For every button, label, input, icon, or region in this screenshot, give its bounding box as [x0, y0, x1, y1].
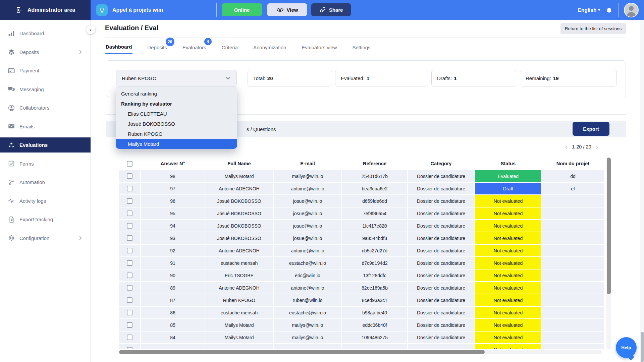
dropdown-option-mailys-motard[interactable]: Mailys Motard: [116, 139, 237, 149]
export-button[interactable]: Export: [573, 122, 609, 136]
cell-email: josue@wiin.io: [274, 220, 342, 232]
row-checkbox[interactable]: [127, 297, 132, 303]
cell-reference: 1099486275: [342, 331, 408, 343]
table-row[interactable]: 91eustache mensaheustache@wiin.iod7c9d19…: [119, 257, 604, 269]
status-badge: Not evaluated: [475, 269, 541, 281]
sidebar-item-emails[interactable]: Emails: [0, 119, 91, 134]
sidebar-item-payment[interactable]: Payment: [0, 63, 91, 78]
select-all-checkbox[interactable]: [127, 161, 132, 167]
help-button[interactable]: Help: [616, 337, 637, 358]
row-checkbox[interactable]: [127, 235, 132, 241]
status-badge: Not evaluated: [475, 232, 541, 244]
tab-criteria[interactable]: Criteria: [221, 41, 238, 54]
tab-anonymization[interactable]: Anonymization: [253, 41, 287, 54]
sidebar-item-automation[interactable]: Automation: [0, 175, 91, 190]
cell-category: Dossier de candidature: [408, 269, 475, 281]
bell-icon[interactable]: [605, 6, 613, 14]
row-checkbox[interactable]: [127, 273, 132, 278]
table-row[interactable]: 86eustache mensaheustache@wiin.iob98aafb…: [119, 307, 604, 318]
row-checkbox[interactable]: [127, 248, 132, 253]
dropdown-option-elias-clotteau[interactable]: Elias CLOTTEAU: [116, 109, 237, 119]
table-row[interactable]: 90Eric TSOGBEeric@wiin.io13f128ddfcDossi…: [119, 269, 604, 281]
table-row[interactable]: 97Antoine ADEGNOHantoine@wiin.iobea3cba6…: [119, 183, 604, 194]
page-scrollbar-thumb[interactable]: [641, 332, 644, 362]
row-checkbox[interactable]: [127, 173, 132, 179]
user-circle-icon: [7, 104, 15, 112]
evaluator-select[interactable]: Ruben KPOGO: [116, 70, 237, 86]
exit-icon[interactable]: [15, 6, 23, 14]
avatar[interactable]: [624, 3, 639, 17]
table-row[interactable]: 95Josué BOKOBOSSOjosue@wiin.io7ef8f86a54…: [119, 207, 604, 219]
sidebar-item-messaging[interactable]: Messaging: [0, 82, 91, 97]
chevron-right-icon: [78, 49, 83, 55]
return-to-sessions-button[interactable]: Return to the list of sessions: [560, 23, 626, 34]
cell-project-name: [542, 344, 604, 349]
dropdown-option-josué-bokobosso[interactable]: Josué BOKOBOSSO: [116, 119, 237, 129]
sidebar-item-export-tracking[interactable]: Export tracking: [0, 212, 91, 227]
table-row[interactable]: 94Josué BOKOBOSSOjosue@wiin.io1fc417e820…: [119, 220, 604, 232]
sidebar-item-dashboard[interactable]: Dashboard: [0, 26, 91, 41]
dropdown-option-general-ranking[interactable]: General ranking: [116, 88, 237, 99]
table-row[interactable]: 87Ruben KPOGOruben@wiin.io8ced93a3c1Doss…: [119, 294, 604, 306]
chevron-right-icon[interactable]: ›: [596, 143, 598, 150]
table-horizontal-scrollbar-thumb[interactable]: [119, 350, 485, 354]
tab-label: Criteria: [222, 45, 238, 50]
table-row[interactable]: 89Antoine ADEGNOHantoine@wiin.io82ee169a…: [119, 282, 604, 294]
row-checkbox[interactable]: [127, 347, 132, 349]
table-row[interactable]: 92Antoine ADEGNOHantoine@wiin.iocb5c27d2…: [119, 245, 604, 256]
sidebar-item-configuration[interactable]: Configuration: [0, 231, 91, 246]
chevron-left-icon[interactable]: ‹: [565, 143, 567, 150]
share-button[interactable]: Share: [311, 3, 351, 16]
tab-settings[interactable]: Settings: [352, 41, 371, 54]
row-checkbox[interactable]: [127, 285, 132, 291]
tab-dashboard[interactable]: Dashboard: [105, 41, 132, 54]
sidebar-collapse-button[interactable]: ‹: [86, 25, 95, 34]
cell-full-name: Josué BOKOBOSSO: [205, 232, 274, 244]
tab-label: Evaluators: [182, 45, 206, 50]
share-icon: [319, 6, 326, 13]
cell-category: Dossier de candidature: [408, 282, 475, 294]
sidebar-item-collaborators[interactable]: Collaborators: [0, 100, 91, 115]
language-selector[interactable]: English ▾: [578, 7, 600, 13]
tab-evaluators[interactable]: Evaluators4: [182, 41, 207, 54]
row-checkbox[interactable]: [127, 186, 132, 191]
table-row[interactable]: 84Mailys Motardmailys@wiin.io1099486275D…: [119, 331, 604, 343]
sidebar-item-label: Activity logs: [19, 198, 46, 204]
credit-card-icon: [7, 67, 15, 75]
row-checkbox[interactable]: [127, 310, 132, 315]
stat-value: 1: [454, 75, 457, 81]
cell-project-name: [542, 282, 604, 294]
table-row[interactable]: 96Josué BOKOBOSSOjosue@wiin.iod659fde6dd…: [119, 195, 604, 207]
online-button[interactable]: Online: [222, 3, 262, 16]
table-row[interactable]: 85Mailys Motardmailys@wiin.ioeddc06b40fD…: [119, 319, 604, 331]
stat-value: 1: [367, 75, 369, 81]
row-checkbox[interactable]: [127, 322, 132, 328]
sidebar-item-deposits[interactable]: Deposits: [0, 45, 91, 60]
row-checkbox[interactable]: [127, 223, 132, 229]
row-checkbox[interactable]: [127, 198, 132, 204]
dropdown-option-ruben-kpogo[interactable]: Ruben KPOGO: [116, 129, 237, 139]
table-row[interactable]: 93Josué BOKOBOSSOjosue@wiin.io9a8544bdf3…: [119, 232, 604, 244]
view-button[interactable]: View: [267, 3, 307, 16]
sidebar-item-forms[interactable]: Forms: [0, 156, 91, 171]
cell-category: Dossier de candidature: [408, 183, 475, 194]
sidebar-item-evaluations[interactable]: Evaluations: [0, 137, 91, 153]
row-checkbox[interactable]: [127, 260, 132, 266]
share-button-label: Share: [329, 7, 343, 13]
tab-deposits[interactable]: Deposits20: [147, 41, 167, 54]
table-row[interactable]: Not evaluated: [119, 344, 604, 349]
cell-status: Not evaluated: [475, 269, 542, 281]
stars-icon: [7, 141, 15, 149]
row-checkbox[interactable]: [127, 335, 132, 340]
status-badge: Not evaluated: [475, 294, 541, 306]
status-badge: Not evaluated: [475, 245, 541, 256]
row-checkbox[interactable]: [127, 210, 132, 216]
stat-box-evaluated: Evaluated:1: [335, 70, 428, 86]
sidebar-item-activity-logs[interactable]: Activity logs: [0, 193, 91, 208]
stat-box-drafts: Drafts:1: [431, 70, 516, 86]
row-checkbox-cell: [119, 195, 141, 207]
tab-evaluators-view[interactable]: Evaluators view: [301, 41, 337, 54]
page-scrollbar-track: [640, 20, 644, 362]
table-vertical-scrollbar-thumb[interactable]: [607, 158, 611, 294]
table-row[interactable]: 98Mailys Motardmailys@wiin.io25401d617bD…: [119, 170, 604, 182]
